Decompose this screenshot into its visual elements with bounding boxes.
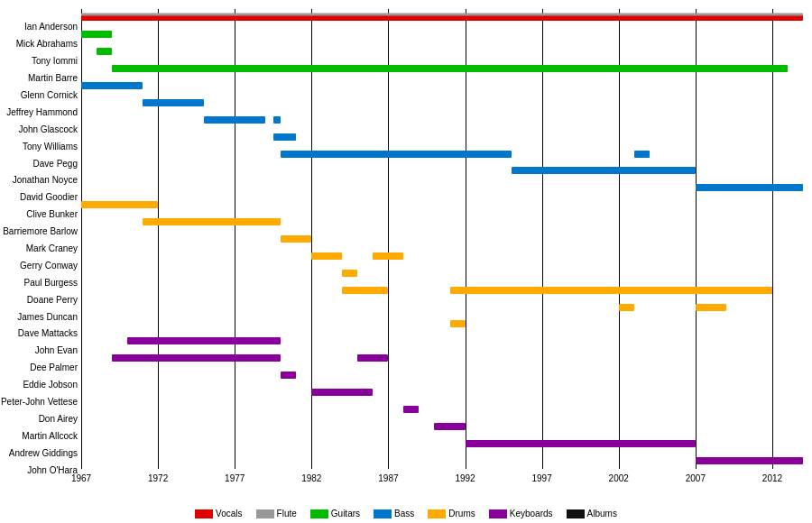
y-label: Ian Anderson (24, 22, 78, 32)
canvas-area (81, 9, 803, 469)
y-label: Martin Allcock (22, 430, 78, 440)
timeline-bar (81, 31, 112, 38)
legend-item: Keyboards (489, 509, 553, 518)
x-axis-label: 1987 (378, 473, 398, 483)
y-label: Doane Perry (27, 294, 78, 304)
y-label: Andrew Giddings (9, 447, 78, 457)
timeline-bar (273, 133, 297, 141)
timeline-bar (273, 116, 281, 124)
timeline-bar (281, 372, 296, 379)
timeline-bar (311, 252, 342, 260)
timeline-bar (112, 65, 788, 72)
legend-item: Flute (256, 509, 297, 518)
y-label: Martin Barre (28, 73, 78, 83)
y-label: Peter-John Vettese (1, 397, 78, 407)
legend-color-box (489, 509, 507, 518)
y-label: Dave Mattacks (18, 328, 78, 338)
x-axis-label: 1982 (301, 473, 321, 483)
timeline-bar (450, 287, 772, 294)
timeline-bar (696, 184, 803, 191)
y-label: James Duncan (17, 311, 78, 321)
y-label: David Goodier (20, 192, 78, 202)
grid-line (388, 9, 389, 469)
x-axis-label: 1977 (225, 473, 245, 483)
timeline-bar (403, 406, 419, 413)
y-label: Jeffrey Hammond (6, 106, 78, 116)
x-axis-label: 1992 (455, 473, 475, 483)
timeline-bar (81, 201, 158, 208)
y-label: Paul Burgess (24, 277, 78, 287)
chart-container: Ian AndersonMick AbrahamsTony IommiMarti… (0, 0, 812, 523)
x-axis-label: 2002 (609, 473, 629, 483)
x-axis-label: 1972 (148, 473, 168, 483)
timeline-bar (311, 389, 373, 396)
timeline-bar (143, 218, 281, 225)
y-label: Tony Williams (23, 141, 78, 151)
legend-color-box (256, 509, 274, 518)
y-label: Don Airey (39, 413, 78, 423)
x-axis-label: 1967 (71, 473, 91, 483)
timeline-bar (127, 337, 281, 344)
legend-item: Bass (374, 509, 414, 518)
timeline-bar (619, 304, 634, 311)
timeline-bar (634, 151, 650, 158)
y-label: Mark Craney (26, 243, 78, 253)
y-label: John Evan (35, 345, 78, 355)
grid-line (772, 9, 773, 469)
y-label: Gerry Conway (20, 260, 78, 270)
y-label: Dee Palmer (30, 362, 78, 372)
timeline-bar (696, 457, 803, 464)
y-label: Jonathan Noyce (13, 175, 78, 185)
x-axis-label: 2007 (686, 473, 706, 483)
y-label: John O'Hara (27, 464, 78, 474)
timeline-bar (204, 116, 265, 124)
grid-line (619, 9, 620, 469)
y-label: Eddie Jobson (23, 380, 78, 390)
timeline-bar (97, 48, 112, 55)
timeline-bar (696, 304, 726, 311)
legend: VocalsFluteGuitarsBassDrumsKeyboardsAlbu… (0, 509, 812, 518)
grid-line (235, 9, 235, 469)
y-label: Mick Abrahams (16, 39, 78, 49)
legend-label: Guitars (331, 509, 360, 518)
timeline-bar (512, 167, 696, 174)
y-label: John Glascock (18, 124, 78, 133)
legend-item: Albums (567, 509, 617, 518)
legend-color-box (428, 509, 446, 518)
timeline-bar (434, 423, 465, 430)
grid-line (696, 9, 697, 469)
y-label: Barriemore Barlow (3, 226, 78, 236)
flute-bar (81, 14, 803, 16)
timeline-bar (373, 252, 403, 260)
timeline-bar (466, 440, 696, 447)
legend-color-box (374, 509, 392, 518)
x-axis-label: 1997 (532, 473, 552, 483)
y-label: Clive Bunker (26, 209, 78, 219)
y-label: Tony Iommi (32, 56, 78, 66)
legend-label: Drums (448, 509, 475, 518)
legend-color-box (310, 509, 328, 518)
legend-color-box (195, 509, 213, 518)
timeline-bar (281, 151, 511, 158)
legend-item: Guitars (310, 509, 360, 518)
legend-color-box (567, 509, 585, 518)
y-label: Glenn Cornick (21, 90, 78, 100)
legend-item: Drums (428, 509, 475, 518)
grid-line (542, 9, 543, 469)
x-axis-labels: 1967197219771982198719921997200220072012 (81, 473, 803, 487)
timeline-bar (81, 82, 143, 89)
grid-line (311, 9, 312, 469)
y-label: Dave Pegg (33, 158, 78, 168)
grid-line (81, 9, 82, 469)
legend-label: Bass (394, 509, 414, 518)
legend-label: Keyboards (510, 509, 553, 518)
timeline-bar (281, 235, 311, 243)
legend-label: Flute (277, 509, 297, 518)
x-axis-label: 2012 (762, 473, 782, 483)
grid-line (466, 9, 466, 469)
legend-item: Vocals (195, 509, 242, 518)
timeline-bar (342, 270, 357, 277)
legend-label: Vocals (216, 509, 242, 518)
timeline-bar (143, 99, 204, 106)
y-labels: Ian AndersonMick AbrahamsTony IommiMarti… (0, 9, 81, 469)
